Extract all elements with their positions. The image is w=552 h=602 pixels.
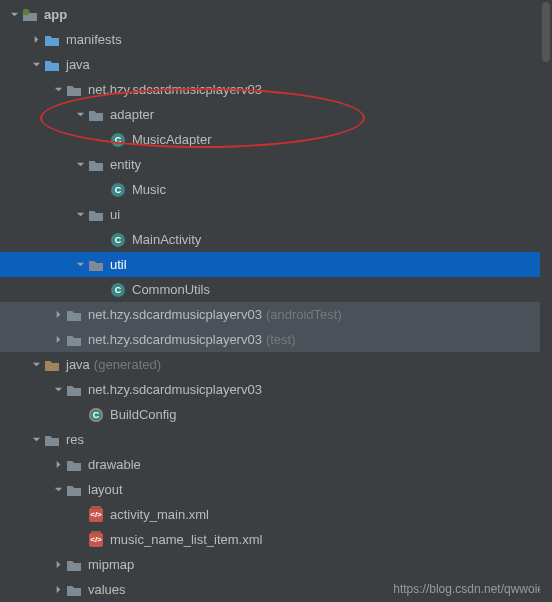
watermark-text: https://blog.csdn.net/qwwoie	[393, 582, 544, 596]
module-icon	[22, 7, 38, 23]
no-arrow	[94, 182, 110, 198]
folder-gen-icon	[44, 357, 60, 373]
package-icon	[66, 332, 82, 348]
tree-row-layout[interactable]: layout	[0, 477, 552, 502]
folder-res-icon	[44, 432, 60, 448]
tree-row-ui[interactable]: ui	[0, 202, 552, 227]
tree-row-activity-main-xml[interactable]: </>activity_main.xml	[0, 502, 552, 527]
tree-item-label: net.hzy.sdcardmusicplayerv03	[88, 382, 262, 397]
tree-item-label: BuildConfig	[110, 407, 177, 422]
package-icon	[88, 157, 104, 173]
expand-arrow-icon[interactable]	[50, 557, 66, 573]
package-icon	[88, 257, 104, 273]
tree-row-app[interactable]: app	[0, 2, 552, 27]
folder-blue-icon	[44, 57, 60, 73]
tree-item-label: adapter	[110, 107, 154, 122]
package-icon	[88, 107, 104, 123]
tree-row-java[interactable]: java	[0, 52, 552, 77]
tree-item-label: net.hzy.sdcardmusicplayerv03	[88, 307, 262, 322]
tree-item-label: MusicAdapter	[132, 132, 211, 147]
tree-item-label: java	[66, 57, 90, 72]
expand-arrow-icon[interactable]	[50, 482, 66, 498]
tree-row-manifests[interactable]: manifests	[0, 27, 552, 52]
tree-item-label: layout	[88, 482, 123, 497]
tree-row-musicadapter[interactable]: CMusicAdapter	[0, 127, 552, 152]
expand-arrow-icon[interactable]	[50, 82, 66, 98]
tree-row-buildconfig[interactable]: CBuildConfig	[0, 402, 552, 427]
tree-item-label: java	[66, 357, 90, 372]
folder-blue-icon	[44, 32, 60, 48]
tree-item-label: mipmap	[88, 557, 134, 572]
tree-row-mainactivity[interactable]: CMainActivity	[0, 227, 552, 252]
expand-arrow-icon[interactable]	[28, 357, 44, 373]
no-arrow	[72, 507, 88, 523]
vertical-scrollbar[interactable]	[540, 0, 552, 602]
tree-row-commonutils[interactable]: CCommonUtils	[0, 277, 552, 302]
tree-item-label: net.hzy.sdcardmusicplayerv03	[88, 82, 262, 97]
no-arrow	[94, 282, 110, 298]
no-arrow	[94, 232, 110, 248]
tree-item-suffix: (test)	[266, 332, 296, 347]
tree-item-suffix: (androidTest)	[266, 307, 342, 322]
package-icon	[66, 482, 82, 498]
tree-row-music-name-list-item-xml[interactable]: </>music_name_list_item.xml	[0, 527, 552, 552]
package-icon	[66, 582, 82, 598]
tree-row-net-hzy-sdcardmusicplayerv03[interactable]: net.hzy.sdcardmusicplayerv03	[0, 377, 552, 402]
xml-icon: </>	[88, 532, 104, 548]
expand-arrow-icon[interactable]	[28, 57, 44, 73]
package-icon	[66, 457, 82, 473]
no-arrow	[72, 407, 88, 423]
package-icon	[66, 307, 82, 323]
expand-arrow-icon[interactable]	[50, 457, 66, 473]
tree-row-music[interactable]: CMusic	[0, 177, 552, 202]
tree-item-label: music_name_list_item.xml	[110, 532, 262, 547]
expand-arrow-icon[interactable]	[28, 32, 44, 48]
package-icon	[66, 382, 82, 398]
tree-item-label: values	[88, 582, 126, 597]
tree-row-res[interactable]: res	[0, 427, 552, 452]
tree-row-mipmap[interactable]: mipmap	[0, 552, 552, 577]
tree-item-label: app	[44, 7, 67, 22]
tree-row-drawable[interactable]: drawable	[0, 452, 552, 477]
tree-row-net-hzy-sdcardmusicplayerv03[interactable]: net.hzy.sdcardmusicplayerv03(test)	[0, 327, 552, 352]
expand-arrow-icon[interactable]	[72, 257, 88, 273]
class-icon: C	[110, 182, 126, 198]
expand-arrow-icon[interactable]	[50, 307, 66, 323]
class-gen-icon: C	[88, 407, 104, 423]
tree-item-label: ui	[110, 207, 120, 222]
tree-item-label: activity_main.xml	[110, 507, 209, 522]
expand-arrow-icon[interactable]	[50, 332, 66, 348]
tree-item-label: util	[110, 257, 127, 272]
tree-item-label: net.hzy.sdcardmusicplayerv03	[88, 332, 262, 347]
tree-row-net-hzy-sdcardmusicplayerv03[interactable]: net.hzy.sdcardmusicplayerv03	[0, 77, 552, 102]
expand-arrow-icon[interactable]	[50, 582, 66, 598]
svg-point-0	[23, 8, 29, 14]
tree-item-suffix: (generated)	[94, 357, 161, 372]
tree-row-java[interactable]: java(generated)	[0, 352, 552, 377]
package-icon	[88, 207, 104, 223]
project-tree[interactable]: app manifests java net.hzy.sdcardmusicpl…	[0, 0, 552, 602]
tree-item-label: drawable	[88, 457, 141, 472]
expand-arrow-icon[interactable]	[50, 382, 66, 398]
tree-item-label: entity	[110, 157, 141, 172]
tree-item-label: manifests	[66, 32, 122, 47]
tree-item-label: MainActivity	[132, 232, 201, 247]
expand-arrow-icon[interactable]	[72, 207, 88, 223]
expand-arrow-icon[interactable]	[6, 7, 22, 23]
class-icon: C	[110, 132, 126, 148]
expand-arrow-icon[interactable]	[72, 157, 88, 173]
tree-item-label: CommonUtils	[132, 282, 210, 297]
package-icon	[66, 82, 82, 98]
tree-row-net-hzy-sdcardmusicplayerv03[interactable]: net.hzy.sdcardmusicplayerv03(androidTest…	[0, 302, 552, 327]
class-icon: C	[110, 232, 126, 248]
tree-row-util[interactable]: util	[0, 252, 552, 277]
tree-item-label: Music	[132, 182, 166, 197]
class-icon: C	[110, 282, 126, 298]
scrollbar-thumb[interactable]	[542, 2, 550, 62]
tree-item-label: res	[66, 432, 84, 447]
tree-row-adapter[interactable]: adapter	[0, 102, 552, 127]
xml-icon: </>	[88, 507, 104, 523]
expand-arrow-icon[interactable]	[28, 432, 44, 448]
tree-row-entity[interactable]: entity	[0, 152, 552, 177]
expand-arrow-icon[interactable]	[72, 107, 88, 123]
